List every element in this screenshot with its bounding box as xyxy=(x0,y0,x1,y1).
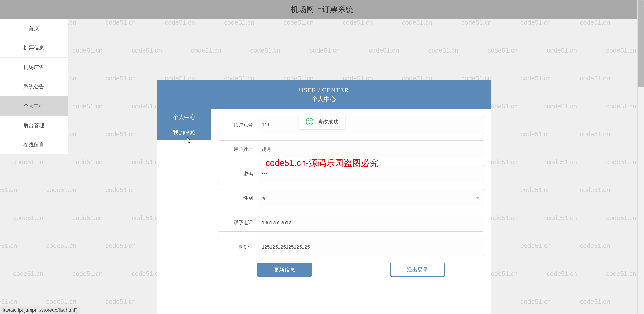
idcard-input[interactable] xyxy=(258,238,484,256)
update-button[interactable]: 更新信息 xyxy=(257,262,312,277)
sidebar-item-label: 后台管理 xyxy=(23,122,44,129)
phone-input[interactable] xyxy=(258,214,484,231)
form-label-password: 密码 xyxy=(218,165,258,182)
chevron-down-icon xyxy=(476,197,480,199)
header-bar: 机场网上订票系统 xyxy=(0,0,644,19)
scrollbar-thumb[interactable] xyxy=(638,0,644,87)
sidebar-item-ads[interactable]: 机场广告 xyxy=(0,58,68,77)
inner-sidebar-item-favorites[interactable]: 我的收藏 xyxy=(157,125,212,140)
svg-point-1 xyxy=(308,120,309,122)
sidebar-item-label: 机场广告 xyxy=(23,64,44,71)
account-input[interactable] xyxy=(258,116,484,134)
form-label-account: 用户账号 xyxy=(218,116,258,134)
logout-button-label: 退出登录 xyxy=(407,266,428,273)
sidebar-item-messages[interactable]: 在线留言 xyxy=(0,135,68,154)
inner-sidebar-item-label: 我的收藏 xyxy=(173,129,196,136)
smile-icon xyxy=(306,118,314,126)
main-sidebar: 首页 机票信息 机场广告 系统公告 个人中心 后台管理 在线留言 xyxy=(0,19,68,154)
name-input[interactable] xyxy=(258,141,484,158)
form-row-gender: 性别 女 xyxy=(218,189,484,207)
sidebar-item-label: 在线留言 xyxy=(23,141,44,148)
panel-body: 个人中心 我的收藏 用户账号 用户姓名 密码 性别 女 xyxy=(157,110,490,314)
inner-sidebar-item-label: 个人中心 xyxy=(173,114,196,121)
form-label-idcard: 身份证 xyxy=(218,238,258,256)
sidebar-item-tickets[interactable]: 机票信息 xyxy=(0,38,68,58)
sidebar-item-user-center[interactable]: 个人中心 xyxy=(0,96,68,116)
update-button-label: 更新信息 xyxy=(274,266,295,273)
sidebar-item-home[interactable]: 首页 xyxy=(0,19,68,38)
form-label-name: 用户姓名 xyxy=(218,141,258,158)
form-area: 用户账号 用户姓名 密码 性别 女 联系电话 xyxy=(212,110,490,314)
form-row-phone: 联系电话 xyxy=(218,214,484,232)
inner-sidebar-spacer xyxy=(157,140,212,314)
password-input[interactable] xyxy=(258,165,484,182)
form-row-password: 密码 xyxy=(218,165,484,183)
gender-select-value: 女 xyxy=(262,195,267,202)
panel-header: USER / CENTER 个人中心 xyxy=(157,80,490,110)
inner-sidebar: 个人中心 我的收藏 xyxy=(157,110,212,140)
logout-button[interactable]: 退出登录 xyxy=(390,262,445,277)
svg-point-2 xyxy=(310,120,311,122)
form-label-phone: 联系电话 xyxy=(218,214,258,231)
toast-text: 修改成功 xyxy=(318,118,338,125)
sidebar-item-label: 机票信息 xyxy=(23,44,44,51)
status-bar: javascript:jump('../storeup/list.html') xyxy=(0,306,80,314)
scrollbar-vertical[interactable] xyxy=(638,0,644,314)
sidebar-item-label: 个人中心 xyxy=(23,102,44,110)
sidebar-item-label: 系统公告 xyxy=(23,83,44,90)
sidebar-item-label: 首页 xyxy=(28,25,39,32)
sidebar-item-admin[interactable]: 后台管理 xyxy=(0,116,68,135)
sidebar-item-announcements[interactable]: 系统公告 xyxy=(0,77,68,96)
svg-point-0 xyxy=(306,118,313,125)
panel-header-cn: 个人中心 xyxy=(157,95,490,103)
form-label-gender: 性别 xyxy=(218,190,258,207)
form-row-idcard: 身份证 xyxy=(218,238,484,256)
gender-select[interactable]: 女 xyxy=(258,190,484,207)
header-title: 机场网上订票系统 xyxy=(290,4,354,15)
toast-success: 修改成功 xyxy=(299,114,345,130)
panel-header-en: USER / CENTER xyxy=(157,86,490,94)
button-row: 更新信息 退出登录 xyxy=(218,262,484,277)
form-row-name: 用户姓名 xyxy=(218,140,484,158)
form-row-account: 用户账号 xyxy=(218,116,484,134)
inner-sidebar-item-profile[interactable]: 个人中心 xyxy=(157,110,212,125)
